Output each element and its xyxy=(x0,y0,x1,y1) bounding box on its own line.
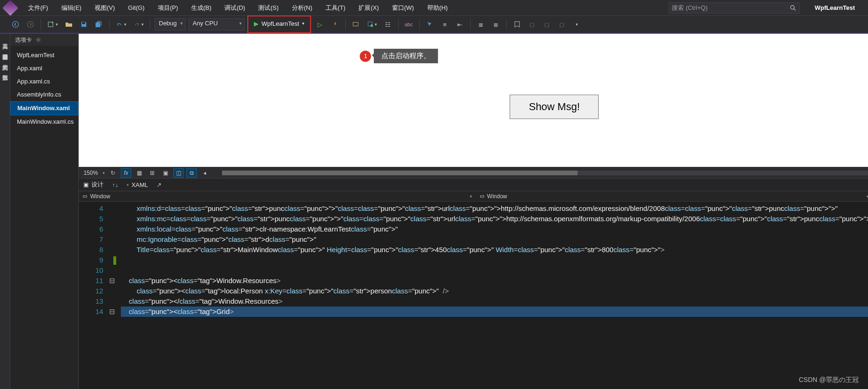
separator xyxy=(150,19,150,30)
save-button[interactable] xyxy=(78,18,90,30)
tree-item[interactable]: MainWindow.xaml xyxy=(10,101,78,115)
format-doc-button[interactable]: ≡ xyxy=(439,18,451,30)
svg-line-1 xyxy=(794,8,796,10)
designer-toolbar: 150%▾ ↻ fx ▦ ⊞ ▣ ◫ ⧉ ◂ xyxy=(79,167,868,178)
search-input[interactable]: 搜索 (Ctrl+Q) xyxy=(668,2,800,14)
open-file-button[interactable] xyxy=(63,18,75,30)
tab-design[interactable]: ▣设计 xyxy=(83,180,104,189)
undo-button[interactable]: ▾ xyxy=(114,18,128,30)
save-all-button[interactable] xyxy=(93,18,105,30)
tree-item[interactable]: MainWindow.xaml.cs xyxy=(10,115,78,128)
menu-item[interactable]: 帮助(H) xyxy=(422,2,453,14)
nav-back-button[interactable] xyxy=(9,18,22,30)
menu-item[interactable]: 窗口(W) xyxy=(386,2,420,14)
menu-item[interactable]: 调试(D) xyxy=(219,2,251,14)
start-target-label: WpfLearnTest xyxy=(261,20,299,27)
play-icon: ▶ xyxy=(254,20,259,27)
sel-mode-icon[interactable]: ◫ xyxy=(173,168,184,178)
tree-item[interactable]: WpfLearnTest xyxy=(10,49,78,62)
bounds-icon[interactable]: ▣ xyxy=(160,168,171,178)
line-gutter: 4567891011121314 xyxy=(79,202,108,389)
snap-icon[interactable]: ⊞ xyxy=(147,168,157,178)
code-lines[interactable]: xmlns:d=class=class="punc">"class="str">… xyxy=(116,202,868,389)
file-tree: WpfLearnTestApp.xamlApp.xaml.csAssemblyI… xyxy=(10,46,78,131)
live-prop-button[interactable]: ☷ xyxy=(382,18,394,30)
search-icon xyxy=(790,5,796,11)
menu-item[interactable]: 分析(N) xyxy=(286,2,318,14)
window-icon: ▭ xyxy=(82,193,87,199)
menu-item[interactable]: 编辑(E) xyxy=(56,2,87,14)
fx-button[interactable]: fx xyxy=(121,168,131,178)
explorer-title: 选项卡 xyxy=(15,36,32,44)
bookmark-prev-button[interactable]: ◻ xyxy=(526,18,538,30)
outdent-button[interactable]: ⇤ xyxy=(454,18,466,30)
bookmark-clear-button[interactable]: ◻ xyxy=(556,18,568,30)
menu-item[interactable]: 生成(B) xyxy=(185,2,217,14)
solution-explorer: 选项卡 WpfLearnTestApp.xamlApp.xaml.csAssem… xyxy=(10,34,79,389)
zoom-level[interactable]: 150% xyxy=(83,170,100,176)
code-mode-icon[interactable]: ⧉ xyxy=(186,168,197,178)
breadcrumb-left[interactable]: ▭Window xyxy=(79,193,475,200)
separator xyxy=(470,19,471,30)
uncomment-button[interactable]: ≣ xyxy=(490,18,502,30)
menu-bar: 文件(F)编辑(E)视图(V)Git(G)项目(P)生成(B)调试(D)测试(S… xyxy=(0,0,868,16)
side-tool-tabs: 工具箱 服务器资源管理器 文档大纲 数据源 xyxy=(0,34,10,389)
xaml-designer[interactable]: 1 点击启动程序。 Show Msg! xyxy=(79,34,868,167)
start-debug-highlight: ▶ WpfLearnTest ▾ xyxy=(247,15,311,33)
scroll-left-icon[interactable]: ◂ xyxy=(200,168,210,178)
standard-toolbar: ▾ ▾ ▾ Debug Any CPU ▶ WpfLearnTest ▾ ▷ ▾… xyxy=(0,16,868,34)
live-dom-button[interactable]: ▾ xyxy=(365,18,379,30)
bookmark-next-button[interactable]: ◻ xyxy=(541,18,553,30)
redo-button[interactable]: ▾ xyxy=(131,18,146,30)
explorer-header: 选项卡 xyxy=(10,34,78,46)
browse-button[interactable] xyxy=(350,18,362,30)
menu-item[interactable]: 项目(P) xyxy=(152,2,184,14)
refresh-icon[interactable]: ↻ xyxy=(108,168,118,178)
hot-reload-button[interactable] xyxy=(329,18,341,30)
comment-button[interactable]: ≣ xyxy=(475,18,487,30)
tree-item[interactable]: App.xaml xyxy=(10,62,78,75)
solution-platform-combo[interactable]: Any CPU xyxy=(188,18,245,30)
separator xyxy=(345,19,346,30)
menu-item[interactable]: 扩展(X) xyxy=(353,2,384,14)
separator xyxy=(398,19,399,30)
svg-point-0 xyxy=(791,5,794,9)
separator xyxy=(109,19,110,30)
code-editor[interactable]: 4567891011121314 ⊟⊟ xmlns:d=class=class=… xyxy=(79,202,868,389)
swap-panes-button[interactable]: ↑↓ xyxy=(112,181,118,188)
designer-button-showmsg[interactable]: Show Msg! xyxy=(510,95,599,119)
breadcrumb-right[interactable]: ▭Window xyxy=(476,193,868,200)
xaml-icon: ▫ xyxy=(126,181,128,188)
toolbar-overflow-button[interactable]: ▾ xyxy=(571,18,583,30)
menu-item[interactable]: 工具(T) xyxy=(320,2,351,14)
main-area: 工具箱 服务器资源管理器 文档大纲 数据源 选项卡 WpfLearnTestAp… xyxy=(0,34,868,389)
sidetab-document-outline[interactable]: 文档大纲 xyxy=(0,57,10,63)
sidetab-toolbox[interactable]: 工具箱 xyxy=(0,37,10,42)
editor-area: 1 点击启动程序。 Show Msg! 150%▾ ↻ fx ▦ ⊞ ▣ ◫ ⧉… xyxy=(79,34,868,389)
start-debug-button[interactable]: ▶ WpfLearnTest ▾ xyxy=(249,17,309,30)
menu-item[interactable]: Git(G) xyxy=(122,2,150,13)
solution-name: WpfLearnTest xyxy=(808,2,861,13)
designer-scrollbar[interactable] xyxy=(222,171,868,175)
select-element-button[interactable] xyxy=(424,18,436,30)
start-without-debug-button[interactable]: ▷ xyxy=(314,18,326,30)
menu-item[interactable]: 视图(V) xyxy=(89,2,120,14)
grid-icon[interactable]: ▦ xyxy=(134,168,144,178)
gear-icon[interactable] xyxy=(36,37,41,43)
tree-item[interactable]: App.xaml.cs xyxy=(10,75,78,88)
sidetab-data-sources[interactable]: 数据源 xyxy=(0,67,10,73)
new-project-button[interactable]: ▾ xyxy=(45,18,60,30)
svg-point-8 xyxy=(371,24,373,27)
solution-config-combo[interactable]: Debug xyxy=(155,18,185,30)
tree-item[interactable]: AssemblyInfo.cs xyxy=(10,88,78,101)
spell-check-button[interactable]: abc xyxy=(403,18,415,30)
tab-xaml[interactable]: ▫XAML xyxy=(126,181,148,188)
bookmark-button[interactable] xyxy=(511,18,523,30)
fold-column: ⊟⊟ xyxy=(108,202,116,389)
popout-button[interactable]: ↗ xyxy=(156,181,162,188)
menu-item[interactable]: 测试(S) xyxy=(252,2,284,14)
sidetab-server-explorer[interactable]: 服务器资源管理器 xyxy=(0,47,10,52)
nav-forward-button[interactable] xyxy=(24,18,37,30)
separator xyxy=(41,19,41,30)
menu-item[interactable]: 文件(F) xyxy=(22,2,54,14)
